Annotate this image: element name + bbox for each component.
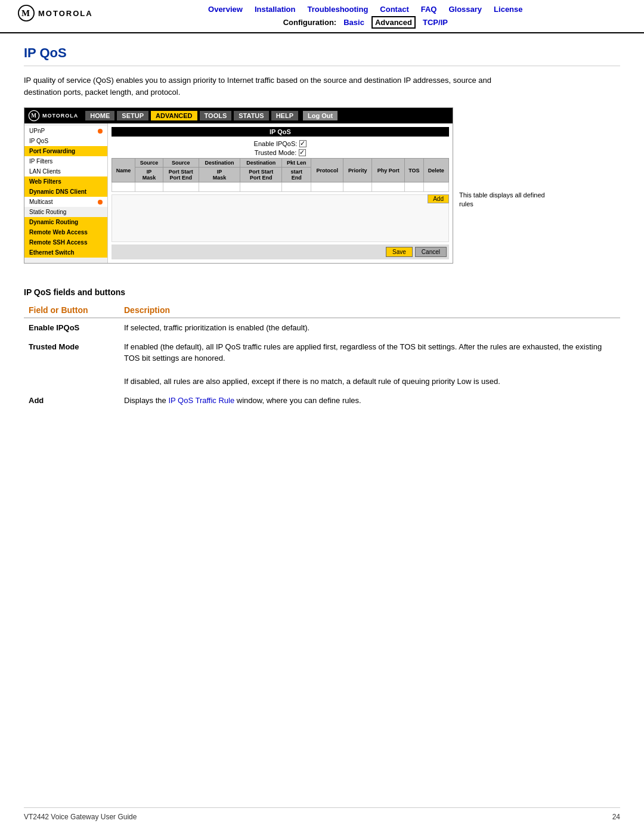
th-name: Name xyxy=(112,159,135,182)
nav-basic[interactable]: Basic xyxy=(343,18,364,27)
th-protocol: Protocol xyxy=(311,159,343,182)
th-dest-ip: Destination xyxy=(199,159,240,168)
router-logout-btn[interactable]: Log Out xyxy=(303,111,338,120)
router-main-panel: IP QoS Enable IPQoS: Trusted Mode: Nam xyxy=(108,123,453,263)
router-logo: M MOTOROLA xyxy=(28,110,78,122)
field-row-enable-ipqos: Enable IPQoS If selected, traffic priori… xyxy=(24,318,620,337)
router-body: UPnP IP QoS Port Forwarding IP Filters L… xyxy=(24,123,453,263)
router-setup-btn[interactable]: SETUP xyxy=(117,111,148,120)
router-tools-btn[interactable]: TOOLS xyxy=(200,111,232,120)
fields-table: Field or Button Description Enable IPQoS… xyxy=(24,303,620,410)
save-btn[interactable]: Save xyxy=(386,247,413,257)
enable-ipqos-row: Enable IPQoS: xyxy=(112,140,449,147)
sidebar-item-static-routing[interactable]: Static Routing xyxy=(24,207,107,217)
fields-section: IP QoS fields and buttons Field or Butto… xyxy=(24,287,620,410)
nav-faq[interactable]: FAQ xyxy=(421,5,437,14)
rules-empty-area xyxy=(112,194,449,242)
router-panel-title: IP QoS xyxy=(112,127,449,137)
field-row-trusted-mode: Trusted Mode If enabled (the default), a… xyxy=(24,337,620,391)
nav-glossary[interactable]: Glossary xyxy=(448,5,482,14)
router-advanced-btn[interactable]: ADVANCED xyxy=(151,111,197,120)
desc-trusted-mode: If enabled (the default), all IP QoS tra… xyxy=(119,337,620,391)
nav-installation[interactable]: Installation xyxy=(255,5,296,14)
table-row xyxy=(112,182,449,192)
col-desc-header: Description xyxy=(119,303,620,318)
footer-left: VT2442 Voice Gateway User Guide xyxy=(24,813,137,821)
field-add: Add xyxy=(24,391,119,410)
router-home-btn[interactable]: HOME xyxy=(85,111,114,120)
config-label: Configuration: xyxy=(283,18,337,27)
sidebar-item-remote-ssh[interactable]: Remote SSH Access xyxy=(24,237,107,247)
sidebar-item-ipqos[interactable]: IP QoS xyxy=(24,136,107,146)
svg-text:M: M xyxy=(21,8,31,18)
footer-page-number: 24 xyxy=(612,813,620,821)
field-trusted-mode: Trusted Mode xyxy=(24,337,119,391)
th-dest-port-range: Port StartPort End xyxy=(240,168,282,182)
fields-section-title: IP QoS fields and buttons xyxy=(24,287,620,297)
add-rule-btn[interactable]: Add xyxy=(428,194,449,203)
th-dest-port: Destination xyxy=(240,159,282,168)
sidebar-item-dynamic-routing[interactable]: Dynamic Routing xyxy=(24,217,107,227)
th-delete: Delete xyxy=(423,159,448,182)
svg-text:M: M xyxy=(31,113,36,119)
intro-text: IP quality of service (QoS) enables you … xyxy=(24,75,501,98)
nav-links: Overview Installation Troubleshooting Co… xyxy=(105,5,626,32)
sidebar-item-port-forwarding[interactable]: Port Forwarding xyxy=(24,146,107,156)
nav-troubleshooting[interactable]: Troubleshooting xyxy=(308,5,369,14)
main-content: IP QoS IP quality of service (QoS) enabl… xyxy=(0,33,644,431)
sidebar-item-web-filters[interactable]: Web Filters xyxy=(24,176,107,187)
upnp-dot xyxy=(98,129,103,134)
top-navigation: M MOTOROLA Overview Installation Trouble… xyxy=(0,0,644,33)
nav-advanced[interactable]: Advanced xyxy=(371,16,416,29)
motorola-logo: M MOTOROLA xyxy=(18,5,93,21)
logo-area: M MOTOROLA xyxy=(18,5,93,26)
enable-ipqos-checkbox[interactable] xyxy=(299,140,306,147)
trusted-mode-checkbox[interactable] xyxy=(299,149,306,156)
sidebar-item-upnp[interactable]: UPnP xyxy=(24,126,107,136)
sidebar-item-ip-filters[interactable]: IP Filters xyxy=(24,156,107,166)
th-source-port-range: Port StartPort End xyxy=(163,168,199,182)
router-topbar: M MOTOROLA HOME SETUP ADVANCED TOOLS STA… xyxy=(24,108,453,123)
th-source-port: Source xyxy=(163,159,199,168)
router-ui-screenshot: M MOTOROLA HOME SETUP ADVANCED TOOLS STA… xyxy=(24,107,453,264)
th-dest-ip-mask: IPMask xyxy=(199,168,240,182)
nav-bottom-row: Configuration: Basic Advanced TCP/IP xyxy=(105,16,626,32)
motorola-text: MOTOROLA xyxy=(38,9,93,18)
footer: VT2442 Voice Gateway User Guide 24 xyxy=(24,807,620,821)
trusted-mode-row: Trusted Mode: xyxy=(112,149,449,156)
router-help-btn[interactable]: HELP xyxy=(271,111,298,120)
th-priority: Priority xyxy=(343,159,372,182)
th-pkt-len-range: startEnd xyxy=(282,168,311,182)
sidebar-item-dynamic-dns[interactable]: Dynamic DNS Client xyxy=(24,187,107,197)
trusted-mode-label: Trusted Mode: xyxy=(255,149,297,156)
th-phy-port: Phy Port xyxy=(372,159,405,182)
page-title: IP QoS xyxy=(24,45,620,66)
th-pkt-len: Pkt Len xyxy=(282,159,311,168)
multicast-dot xyxy=(98,200,103,205)
router-logo-text: MOTOROLA xyxy=(42,113,78,119)
sidebar-item-multicast[interactable]: Multicast xyxy=(24,197,107,207)
side-note: This table displays all defined rules xyxy=(459,191,549,209)
nav-license[interactable]: License xyxy=(494,5,522,14)
sidebar-item-remote-web[interactable]: Remote Web Access xyxy=(24,227,107,237)
nav-tcpip[interactable]: TCP/IP xyxy=(423,18,448,27)
col-field-header: Field or Button xyxy=(24,303,119,318)
field-enable-ipqos: Enable IPQoS xyxy=(24,318,119,337)
cancel-btn[interactable]: Cancel xyxy=(415,247,447,257)
router-sidebar: UPnP IP QoS Port Forwarding IP Filters L… xyxy=(24,123,108,263)
ipqos-traffic-rule-link[interactable]: IP QoS Traffic Rule xyxy=(168,396,234,405)
nav-contact[interactable]: Contact xyxy=(380,5,408,14)
field-row-add: Add Displays the IP QoS Traffic Rule win… xyxy=(24,391,620,410)
nav-top-row: Overview Installation Troubleshooting Co… xyxy=(105,5,626,14)
nav-overview[interactable]: Overview xyxy=(208,5,243,14)
router-status-btn[interactable]: STATUS xyxy=(234,111,268,120)
sidebar-item-ethernet-switch[interactable]: Ethernet Switch xyxy=(24,247,107,258)
th-tos: TOS xyxy=(405,159,424,182)
desc-add: Displays the IP QoS Traffic Rule window,… xyxy=(119,391,620,410)
th-source-ip: Source xyxy=(135,159,163,168)
rules-table: Name Source Source Destination Destinati… xyxy=(112,158,449,192)
desc-enable-ipqos: If selected, traffic prioritization is e… xyxy=(119,318,620,337)
th-source-ip-mask: IPMask xyxy=(135,168,163,182)
enable-ipqos-label: Enable IPQoS: xyxy=(254,140,298,147)
sidebar-item-lan-clients[interactable]: LAN Clients xyxy=(24,166,107,176)
